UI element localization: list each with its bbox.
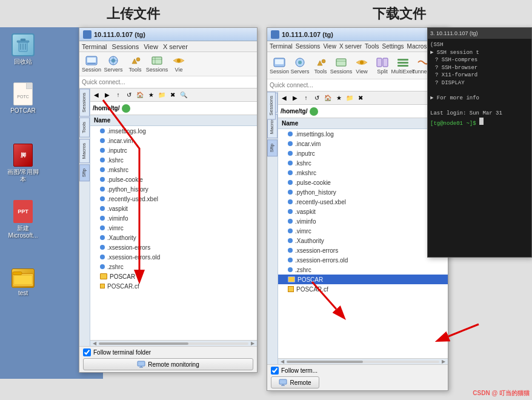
r-home-icon[interactable]: 🏠 [323, 93, 333, 103]
file-item[interactable]: .zshrc [90, 262, 257, 272]
rmenu-macros[interactable]: Macros [407, 43, 427, 50]
desktop-icon-folder[interactable]: test [5, 268, 41, 297]
r-toolbar-servers[interactable]: Servers [290, 57, 310, 75]
file-item[interactable]: .recently-used.xbel [90, 194, 257, 204]
right-quick-connect-input[interactable] [270, 82, 445, 88]
r-toolbar-session[interactable]: Session [270, 57, 289, 75]
menu-view[interactable]: View [144, 43, 158, 50]
r-file-item[interactable]: .xsession-errors.old [278, 255, 448, 265]
file-item[interactable]: .Xauthority [90, 233, 257, 242]
r-file-item[interactable]: .zshrc [278, 265, 448, 275]
remote-monitoring-btn[interactable]: Remote monitoring [83, 358, 253, 370]
rmenu-terminal[interactable]: Terminal [270, 43, 293, 50]
r-file-item[interactable]: .recently-used.xbel [278, 197, 448, 207]
file-item[interactable]: .pulse-cookie [90, 175, 257, 184]
r-file-item[interactable]: .Xauthority [278, 236, 448, 245]
up-icon[interactable]: ↑ [113, 90, 123, 100]
follow-terminal-check[interactable]: Follow terminal folder [83, 348, 253, 356]
left-quick-connect[interactable] [79, 76, 257, 88]
rmenu-settings[interactable]: Settings [382, 43, 404, 50]
r-file-item[interactable]: .viminfo [278, 216, 448, 226]
desktop-icon-script[interactable]: 脚 画图/常用脚本 [5, 144, 41, 183]
toolbar-view[interactable]: Vie [169, 55, 188, 73]
r-toolbar-view[interactable]: View [352, 57, 371, 75]
r-file-item[interactable]: .mkshrc [278, 168, 448, 178]
file-item[interactable]: .python_history [90, 184, 257, 194]
r-refresh-icon[interactable]: ↺ [312, 93, 322, 103]
delete-icon[interactable]: ✖ [168, 90, 178, 100]
r-file-item[interactable]: .vaspkit [278, 207, 448, 216]
svg-point-32 [360, 61, 364, 64]
toolbar-sessions[interactable]: Sessions [147, 55, 167, 73]
filter-icon[interactable]: 🔍 [179, 90, 188, 100]
r-file-item[interactable]: .xsession-errors [278, 245, 448, 255]
rmenu-view[interactable]: View [323, 43, 336, 50]
sessions-tab[interactable]: Sessions [79, 88, 90, 116]
r-view-icon [355, 57, 368, 68]
toolbar-session[interactable]: Session [82, 55, 101, 73]
file-item[interactable]: .xsession-errors.old [90, 252, 257, 262]
r-follow-terminal-check[interactable]: Follow term... [271, 367, 444, 375]
bookmark-icon[interactable]: ★ [146, 90, 156, 100]
file-item-poscar-cf[interactable]: POSCAR.cf [90, 281, 257, 291]
r-up-icon[interactable]: ↑ [301, 93, 311, 103]
r-delete-icon[interactable]: ✖ [356, 93, 365, 103]
menu-sessions[interactable]: Sessions [112, 43, 139, 50]
file-item[interactable]: .kshrc [90, 155, 257, 165]
file-item[interactable]: .xsession-errors [90, 242, 257, 252]
menu-xserver[interactable]: X server [163, 43, 188, 50]
file-item[interactable]: .vimrc [90, 223, 257, 233]
r-file-item[interactable]: .kshrc [278, 158, 448, 168]
desktop-icon-recycle[interactable]: 回收站 [5, 33, 41, 65]
macros-tab[interactable]: Macros [79, 139, 90, 163]
home-icon[interactable]: 🏠 [135, 90, 145, 100]
right-sftp-tab[interactable]: Sftp [267, 139, 278, 156]
r-toolbar-sessions[interactable]: Sessions [331, 57, 351, 75]
r-file-item[interactable]: .pulse-cookie [278, 178, 448, 187]
file-item[interactable]: .vaspkit [90, 204, 257, 213]
quick-connect-input[interactable] [82, 79, 254, 85]
refresh-icon[interactable]: ↺ [124, 90, 134, 100]
desktop-icon-potcar[interactable]: POTC POTCAR [5, 82, 41, 115]
left-file-header: Name [90, 115, 257, 126]
follow-terminal-checkbox[interactable] [83, 348, 91, 356]
r-forward-icon[interactable]: ▶ [290, 93, 300, 103]
toolbar-servers[interactable]: Servers [104, 55, 123, 73]
forward-icon[interactable]: ▶ [102, 90, 112, 100]
right-sessions-tab[interactable]: Sessions [267, 92, 276, 119]
desktop-icon-ppt[interactable]: PPT 新建Microsoft... [5, 200, 41, 239]
r-toolbar-multiexec[interactable]: MultiExec [393, 57, 413, 75]
rmenu-xserver[interactable]: X server [339, 43, 362, 50]
tools-tab[interactable]: Tools [79, 118, 90, 138]
r-bookmark-icon[interactable]: ★ [334, 93, 344, 103]
file-item[interactable]: .mkshrc [90, 165, 257, 175]
right-quick-connect[interactable] [267, 79, 448, 92]
r-follow-terminal-checkbox[interactable] [271, 367, 279, 375]
back-icon[interactable]: ◀ [91, 90, 101, 100]
file-item[interactable]: .inputrc [90, 145, 257, 155]
r-newdir-icon[interactable]: 📁 [345, 93, 354, 103]
file-item[interactable]: .incar.vim [90, 136, 257, 145]
file-item-poscar[interactable]: POSCAR [90, 272, 257, 281]
rmenu-tools[interactable]: Tools [365, 43, 379, 50]
file-item[interactable]: .imsettings.log [90, 126, 257, 136]
r-toolbar-split[interactable]: Split [373, 57, 392, 75]
svg-point-28 [298, 61, 302, 64]
sftp-tab[interactable]: Sftp [79, 164, 90, 181]
r-toolbar-tools[interactable]: Tools [311, 57, 330, 75]
r-file-item[interactable]: .vimrc [278, 226, 448, 236]
menu-terminal[interactable]: Terminal [82, 43, 107, 50]
right-toolbar: Session Servers Tools [267, 52, 448, 79]
r-file-item[interactable]: .python_history [278, 187, 448, 197]
toolbar-tools[interactable]: Tools [125, 55, 145, 73]
newdir-icon[interactable]: 📁 [157, 90, 167, 100]
r-file-item-poscar-selected[interactable]: POSCAR [278, 275, 448, 284]
r-back-icon[interactable]: ◀ [279, 93, 289, 103]
r-remote-monitoring-btn[interactable]: Remote [271, 376, 319, 388]
r-file-item[interactable]: .incar.vim [278, 139, 448, 148]
r-file-item-poscar-cf[interactable]: POSCAR.cf [278, 284, 448, 294]
file-item[interactable]: .viminfo [90, 213, 257, 223]
r-file-item[interactable]: .inputrc [278, 148, 448, 158]
r-file-item[interactable]: .imsettings.log [278, 129, 448, 139]
rmenu-sessions[interactable]: Sessions [296, 43, 321, 50]
